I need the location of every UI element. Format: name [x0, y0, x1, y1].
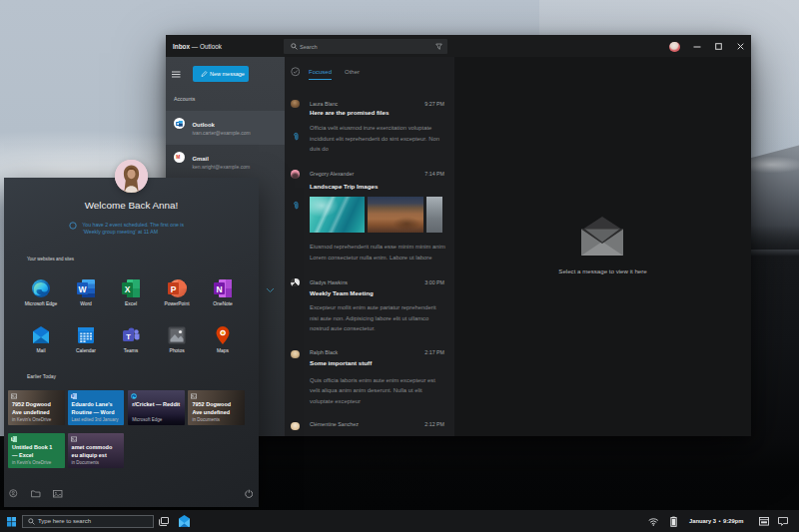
svg-text:W: W — [78, 284, 87, 294]
svg-text:X: X — [12, 437, 14, 441]
svg-text:X: X — [125, 284, 131, 294]
svg-text:T: T — [126, 331, 131, 340]
svg-text:N: N — [216, 284, 222, 294]
svg-text:P: P — [171, 284, 177, 294]
svg-text:W: W — [71, 394, 74, 398]
